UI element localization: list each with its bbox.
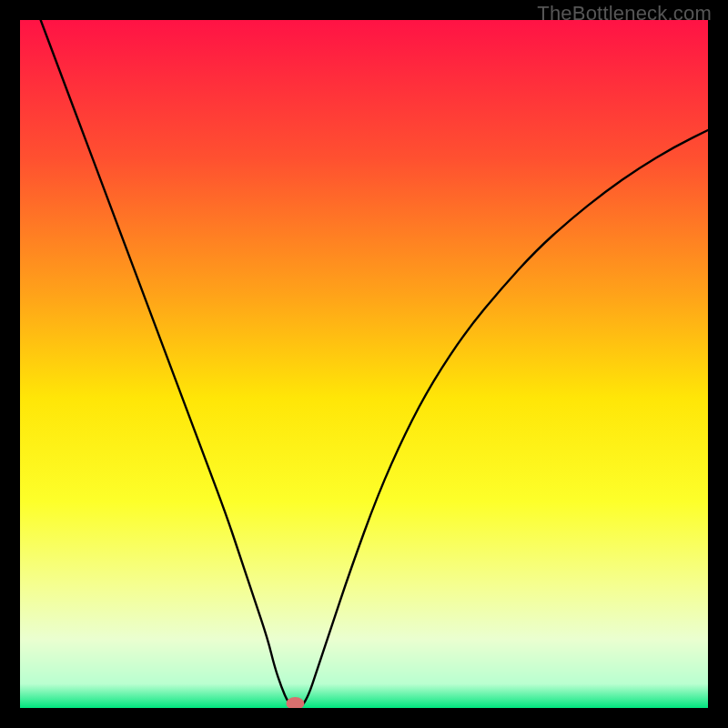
chart-svg bbox=[20, 20, 708, 708]
gradient-background bbox=[20, 20, 708, 708]
watermark-text: TheBottleneck.com bbox=[537, 2, 712, 25]
bottleneck-chart bbox=[20, 20, 708, 708]
chart-container: TheBottleneck.com bbox=[0, 0, 728, 728]
